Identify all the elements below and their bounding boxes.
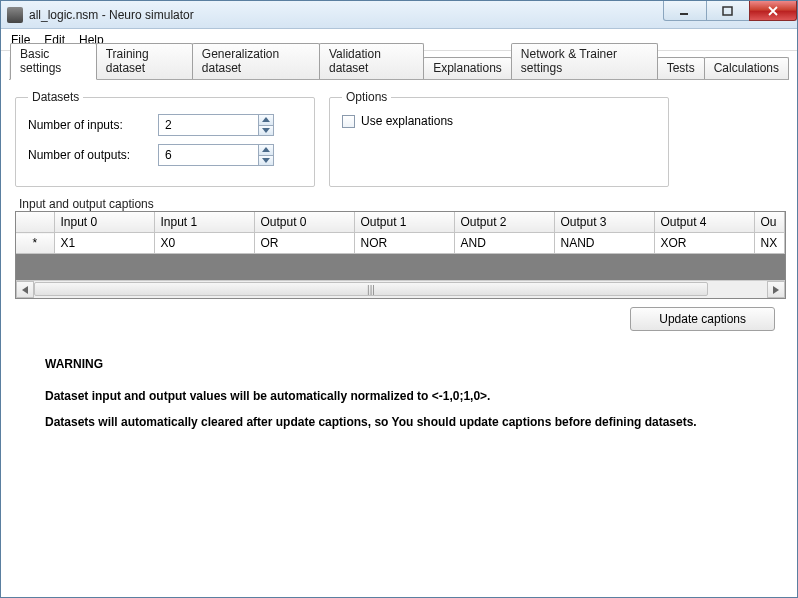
tabstrip: Basic settings Training dataset Generali… [9, 57, 789, 80]
col-output-3[interactable]: Output 3 [554, 212, 654, 233]
inputs-label: Number of inputs: [28, 118, 158, 132]
inputs-spin-up-icon[interactable] [259, 115, 273, 126]
scroll-thumb[interactable]: ||| [34, 282, 708, 296]
cell-output-truncated[interactable]: NX [754, 233, 784, 254]
col-output-4[interactable]: Output 4 [654, 212, 754, 233]
captions-header-row: Input 0 Input 1 Output 0 Output 1 Output… [16, 212, 784, 233]
captions-legend: Input and output captions [15, 197, 158, 211]
warning-heading: WARNING [45, 357, 773, 371]
inputs-spinner[interactable] [158, 114, 274, 136]
options-legend: Options [342, 90, 391, 104]
grid-empty-area [16, 254, 785, 280]
captions-grid[interactable]: Input 0 Input 1 Output 0 Output 1 Output… [15, 211, 786, 299]
svg-rect-0 [680, 13, 688, 15]
warning-line-2: Datasets will automatically cleared afte… [45, 415, 773, 429]
app-icon [7, 7, 23, 23]
col-input-1[interactable]: Input 1 [154, 212, 254, 233]
cell-input-1[interactable]: X0 [154, 233, 254, 254]
use-explanations-checkbox[interactable] [342, 115, 355, 128]
tab-training-dataset[interactable]: Training dataset [96, 43, 193, 79]
outputs-label: Number of outputs: [28, 148, 158, 162]
col-output-truncated[interactable]: Ou [754, 212, 784, 233]
outputs-spin-down-icon[interactable] [259, 156, 273, 166]
tab-validation-dataset[interactable]: Validation dataset [319, 43, 424, 79]
scroll-left-icon[interactable] [16, 281, 34, 298]
window-titlebar: all_logic.nsm - Neuro simulator [1, 1, 797, 29]
inputs-spin-down-icon[interactable] [259, 126, 273, 136]
cell-output-3[interactable]: NAND [554, 233, 654, 254]
outputs-spin-up-icon[interactable] [259, 145, 273, 156]
horizontal-scrollbar[interactable]: ||| [16, 280, 785, 298]
row-marker: * [16, 233, 54, 254]
inputs-value[interactable] [159, 115, 258, 135]
window-title: all_logic.nsm - Neuro simulator [29, 8, 194, 22]
svg-rect-1 [723, 7, 732, 15]
outputs-spinner[interactable] [158, 144, 274, 166]
content-area: Basic settings Training dataset Generali… [1, 51, 797, 453]
col-output-2[interactable]: Output 2 [454, 212, 554, 233]
update-captions-button[interactable]: Update captions [630, 307, 775, 331]
options-group: Options Use explanations [329, 90, 669, 187]
cell-input-0[interactable]: X1 [54, 233, 154, 254]
cell-output-1[interactable]: NOR [354, 233, 454, 254]
cell-output-2[interactable]: AND [454, 233, 554, 254]
captions-data-row[interactable]: * X1 X0 OR NOR AND NAND XOR NX [16, 233, 784, 254]
use-explanations-label: Use explanations [361, 114, 453, 128]
tab-basic-settings[interactable]: Basic settings [10, 43, 97, 80]
warning-block: WARNING Dataset input and output values … [45, 357, 773, 429]
scroll-right-icon[interactable] [767, 281, 785, 298]
cell-output-4[interactable]: XOR [654, 233, 754, 254]
captions-group: Input and output captions Input 0 Input … [15, 197, 786, 299]
outputs-value[interactable] [159, 145, 258, 165]
datasets-legend: Datasets [28, 90, 83, 104]
col-output-1[interactable]: Output 1 [354, 212, 454, 233]
tab-tests[interactable]: Tests [657, 57, 705, 79]
col-input-0[interactable]: Input 0 [54, 212, 154, 233]
cell-output-0[interactable]: OR [254, 233, 354, 254]
close-button[interactable] [749, 1, 797, 21]
tab-panel: Datasets Number of inputs: Number of out… [9, 80, 789, 447]
tab-generalization-dataset[interactable]: Generalization dataset [192, 43, 320, 79]
warning-line-1: Dataset input and output values will be … [45, 389, 773, 403]
tab-calculations[interactable]: Calculations [704, 57, 789, 79]
scroll-track[interactable]: ||| [34, 281, 767, 298]
tab-explanations[interactable]: Explanations [423, 57, 512, 79]
minimize-button[interactable] [663, 1, 707, 21]
maximize-button[interactable] [706, 1, 750, 21]
datasets-group: Datasets Number of inputs: Number of out… [15, 90, 315, 187]
tab-network-trainer-settings[interactable]: Network & Trainer settings [511, 43, 658, 79]
col-output-0[interactable]: Output 0 [254, 212, 354, 233]
window-controls [664, 1, 797, 21]
